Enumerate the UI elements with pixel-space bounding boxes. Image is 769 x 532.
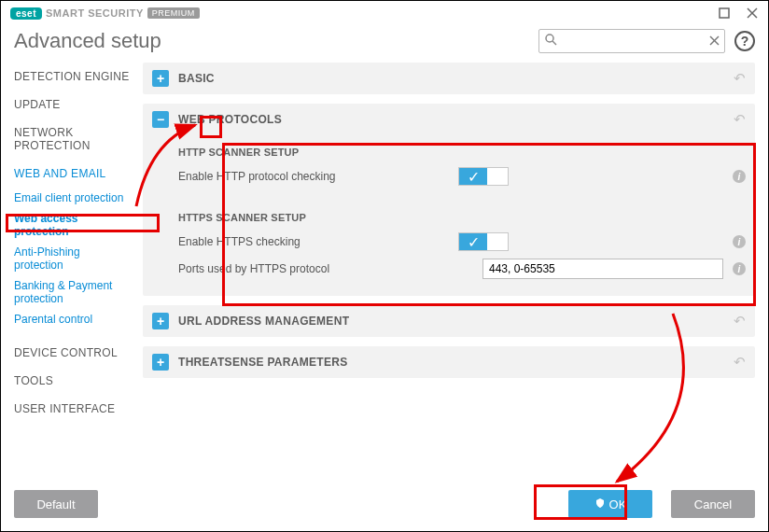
sidebar-item-network-protection[interactable]: NETWORK PROTECTION	[14, 119, 132, 160]
expand-icon[interactable]: +	[152, 313, 169, 329]
check-icon: ✓	[459, 233, 487, 250]
group-http-scanner: HTTP SCANNER SETUP	[178, 141, 746, 163]
expand-icon[interactable]: +	[152, 70, 169, 87]
sidebar-sub-parental-control[interactable]: Parental control	[14, 309, 132, 329]
toggle-enable-http[interactable]: ✓	[458, 167, 509, 186]
sidebar-item-device-control[interactable]: DEVICE CONTROL	[14, 339, 132, 367]
section-title: BASIC	[178, 72, 215, 85]
section-title: WEB PROTOCOLS	[178, 113, 282, 126]
search-box[interactable]	[538, 29, 725, 53]
section-web-protocols: − WEB PROTOCOLS ↶ HTTP SCANNER SETUP Ena…	[143, 104, 755, 296]
info-icon[interactable]: i	[733, 235, 746, 248]
svg-point-3	[546, 35, 553, 42]
section-title: THREATSENSE PARAMETERS	[178, 356, 348, 369]
ports-input[interactable]	[482, 259, 723, 279]
undo-icon[interactable]: ↶	[734, 313, 746, 329]
svg-rect-0	[720, 8, 729, 18]
page-title: Advanced setup	[14, 29, 161, 53]
section-url-management: + URL ADDRESS MANAGEMENT ↶	[143, 305, 755, 337]
search-input[interactable]	[562, 35, 704, 48]
maximize-button[interactable]	[718, 7, 731, 20]
section-threatsense: + THREATSENSE PARAMETERS ↶	[143, 346, 755, 378]
section-title: URL ADDRESS MANAGEMENT	[178, 315, 349, 328]
top-row: Advanced setup ?	[1, 21, 768, 63]
sidebar-item-web-and-email[interactable]: WEB AND EMAIL	[14, 160, 132, 188]
sidebar-item-detection-engine[interactable]: DETECTION ENGINE	[14, 63, 132, 91]
toggle-enable-https[interactable]: ✓	[458, 232, 509, 251]
undo-icon[interactable]: ↶	[734, 111, 746, 128]
shield-icon	[594, 497, 606, 511]
brand-logo: eset	[10, 7, 42, 20]
svg-line-4	[552, 41, 556, 45]
check-icon: ✓	[459, 168, 487, 185]
sidebar-item-update[interactable]: UPDATE	[14, 91, 132, 119]
info-icon[interactable]: i	[733, 262, 746, 275]
product-variant: PREMIUM	[147, 7, 200, 19]
sidebar-sub-banking-payment[interactable]: Banking & Payment protection	[14, 275, 132, 309]
footer-buttons: Default OK Cancel	[14, 490, 755, 518]
expand-icon[interactable]: +	[152, 354, 169, 371]
group-https-scanner: HTTPS SCANNER SETUP	[178, 206, 746, 229]
clear-search-icon[interactable]	[704, 34, 724, 49]
collapse-icon[interactable]: −	[152, 111, 169, 128]
section-basic: + BASIC ↶	[143, 63, 755, 94]
setting-enable-http: Enable HTTP protocol checking ✓ i	[178, 163, 746, 189]
product-name: SMART SECURITY	[46, 7, 144, 19]
setting-label: Enable HTTP protocol checking	[178, 170, 458, 183]
search-icon	[539, 34, 562, 49]
sidebar-sub-anti-phishing[interactable]: Anti-Phishing protection	[14, 242, 132, 275]
default-button[interactable]: Default	[14, 490, 98, 518]
cancel-button[interactable]: Cancel	[671, 490, 755, 518]
setting-label: Ports used by HTTPS protocol	[178, 262, 458, 275]
sidebar-sub-web-access-protection[interactable]: Web access protection	[14, 208, 132, 242]
window-header: eset SMART SECURITY PREMIUM	[1, 1, 768, 21]
ok-label: OK	[609, 497, 627, 511]
ok-button[interactable]: OK	[568, 490, 652, 518]
close-button[interactable]	[746, 7, 759, 20]
content-pane: + BASIC ↶ − WEB PROTOCOLS ↶ HTTP SCANNER…	[143, 63, 755, 423]
setting-label: Enable HTTPS checking	[178, 235, 458, 248]
sidebar-item-user-interface[interactable]: USER INTERFACE	[14, 395, 132, 423]
sidebar: DETECTION ENGINE UPDATE NETWORK PROTECTI…	[14, 63, 132, 423]
setting-https-ports: Ports used by HTTPS protocol i	[178, 255, 746, 283]
sidebar-item-tools[interactable]: TOOLS	[14, 367, 132, 395]
undo-icon[interactable]: ↶	[734, 70, 746, 87]
help-button[interactable]: ?	[734, 31, 755, 51]
sidebar-sub-email-client-protection[interactable]: Email client protection	[14, 188, 132, 208]
info-icon[interactable]: i	[733, 170, 746, 183]
setting-enable-https: Enable HTTPS checking ✓ i	[178, 229, 746, 255]
undo-icon[interactable]: ↶	[734, 354, 746, 371]
